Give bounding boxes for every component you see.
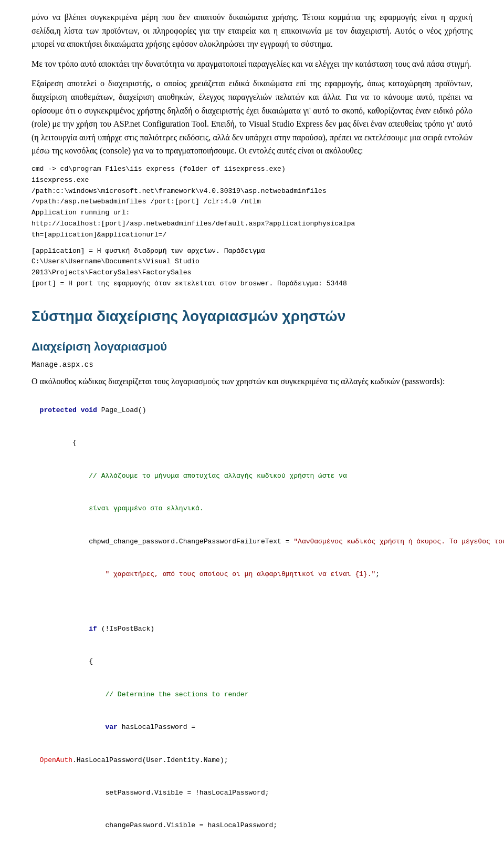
keyword-protected: protected	[40, 406, 77, 414]
code-comment-2: // Determine the sections to render	[40, 691, 249, 698]
code-var-1: var	[40, 723, 118, 731]
paragraph-1: μόνο να βλέπει συγκεκριμένα μέρη που δεν…	[32, 11, 472, 51]
code-brace-inner: {	[40, 657, 93, 665]
code-comment-1: // Αλλάζουμε το μήνυμα αποτυχίας αλλαγής…	[40, 472, 347, 480]
code-comment-1b: είναι γραμμένο στα ελληνικά.	[40, 504, 204, 512]
code-text-2: Page_Load()	[97, 406, 146, 414]
code-line14: changePassword.Visible = hasLocalPasswor…	[40, 821, 277, 829]
code-line13: setPassword.Visible = !hasLocalPassword;	[40, 789, 269, 797]
keyword-void: void	[81, 406, 97, 414]
code-string-2: " χαρακτήρες, από τους οποίους οι μη αλφ…	[40, 570, 376, 578]
code-if: if	[40, 625, 97, 633]
code-if-rest: (!IsPostBack)	[97, 625, 154, 633]
code-class-openauth: OpenAuth	[40, 756, 72, 764]
paragraph-3: Εξαίρεση αποτελεί ο διαχειριστής, ο οποί…	[32, 77, 472, 158]
code-var-1-rest: hasLocalPassword =	[118, 723, 195, 731]
path-notes-block: [application] = Η φυσική διαδρομή των αρ…	[32, 246, 472, 290]
code-semi: ;	[375, 570, 380, 578]
code-section: protected void Page_Load() { // Αλλάζουμ…	[32, 394, 472, 865]
code-line5: chpwd_change_password.ChangePasswordFail…	[40, 538, 294, 545]
code-string-1: "Λανθασμένος κωδικός χρήστη ή άκυρος. Το…	[293, 538, 504, 545]
section-title-user-management: Σύστημα διαχείρισης λογαριασμών χρηστών	[32, 305, 472, 327]
code-brace-open: {	[40, 439, 77, 447]
paragraph-2: Με τον τρόπο αυτό αποκτάει την δυνατότητ…	[32, 57, 472, 71]
code-line12-rest: .HasLocalPassword(User.Identity.Name);	[72, 756, 228, 764]
file-label-manage: Manage.aspx.cs	[32, 359, 472, 370]
section-title-account-management: Διαχείριση λογαριασμού	[32, 338, 472, 355]
code-text	[77, 406, 81, 414]
cmd-code-block: cmd -> cd\program Files\iis express (fol…	[32, 164, 472, 241]
intro-text: Ο ακόλουθος κώδικας διαχειρίζεται τους λ…	[32, 375, 472, 388]
